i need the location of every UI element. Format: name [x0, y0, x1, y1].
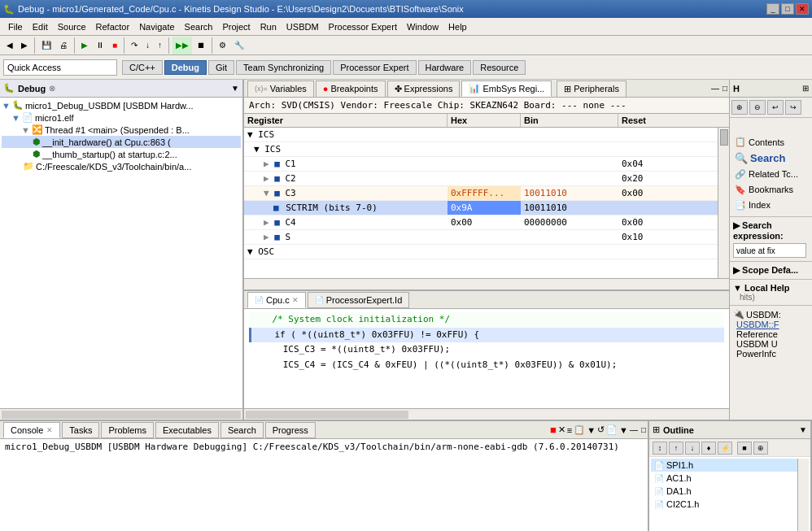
- minimize-button[interactable]: _: [766, 3, 779, 15]
- tab-peripherals[interactable]: ⊞Peripherals: [557, 81, 626, 97]
- toolbar-run[interactable]: ▶: [78, 37, 91, 54]
- outline-btn3[interactable]: ↓: [685, 442, 700, 455]
- reg-row-s[interactable]: ▶ ■ S 0x10: [244, 230, 718, 245]
- tree-item-elf[interactable]: ▼ 📄 micro1.elf: [2, 111, 241, 124]
- menu-edit[interactable]: Edit: [28, 20, 53, 33]
- right-icon-3[interactable]: ↩: [767, 100, 784, 115]
- toolbar-pause[interactable]: ⏸: [93, 37, 107, 54]
- index-btn[interactable]: 📑 Index: [730, 198, 812, 213]
- reg-row-sctrim[interactable]: ■ SCTRIM (bits 7-0) 0x9A 10011010: [244, 201, 718, 215]
- tab-hardware[interactable]: Hardware: [418, 60, 472, 75]
- tab-breakpoints[interactable]: ●Breakpoints: [316, 81, 386, 97]
- outline-item-ac1[interactable]: 📄 AC1.h: [651, 472, 797, 485]
- toolbar-extra-1[interactable]: ⚙: [216, 37, 229, 54]
- console-tab-progress[interactable]: Progress: [265, 422, 316, 438]
- tree-item-func2[interactable]: ⬢ __thumb_startup() at startup.c:2...: [2, 148, 241, 160]
- toolbar-step-into[interactable]: ↓: [142, 37, 153, 54]
- reg-row-ics-outer[interactable]: ▼ ICS: [244, 128, 718, 142]
- menu-source[interactable]: Source: [53, 20, 91, 33]
- right-panel-icons[interactable]: ⊞: [802, 84, 809, 93]
- menu-window[interactable]: Window: [402, 20, 443, 33]
- console-stop-btn[interactable]: ■: [550, 424, 557, 436]
- right-icon-2[interactable]: ⊖: [749, 100, 766, 115]
- tab-git[interactable]: Git: [208, 60, 234, 75]
- console-minimize[interactable]: —: [630, 425, 638, 434]
- menu-search[interactable]: Search: [180, 20, 218, 33]
- debug-menu-btn[interactable]: ▼: [231, 84, 239, 93]
- tab-expressions[interactable]: ✤Expressions: [387, 81, 461, 97]
- outline-btn7[interactable]: ⊕: [753, 442, 768, 455]
- console-btn4[interactable]: 📋: [574, 424, 585, 435]
- toolbar-print[interactable]: 🖨: [56, 37, 71, 54]
- console-tab-search[interactable]: Search: [220, 422, 264, 438]
- tree-item-thread[interactable]: ▼ 🔀 Thread #1 <main> (Suspended : B...: [2, 124, 241, 136]
- outline-menu-btn[interactable]: ▼: [799, 425, 807, 434]
- right-icon-4[interactable]: ↪: [785, 100, 801, 115]
- console-btn6[interactable]: ↺: [597, 424, 605, 435]
- search-nav-btn[interactable]: 🔍 Search: [730, 150, 812, 167]
- outline-item-da1[interactable]: 📄 DA1.h: [651, 485, 797, 498]
- console-maximize[interactable]: □: [641, 425, 646, 434]
- reg-maximize[interactable]: □: [723, 84, 727, 93]
- menu-processor-expert[interactable]: Processor Expert: [324, 20, 402, 33]
- menu-refactor[interactable]: Refactor: [91, 20, 135, 33]
- code-tab-cpu[interactable]: 📄 Cpu.c ✕: [247, 292, 306, 308]
- outline-btn6[interactable]: ■: [737, 442, 752, 455]
- toolbar-extra-2[interactable]: 🔧: [231, 37, 247, 54]
- tab-processor-expert[interactable]: Processor Expert: [333, 60, 416, 75]
- tree-item-path[interactable]: 📁 C:/Freescale/KDS_v3/Toolchain/bin/a...: [2, 160, 241, 172]
- toolbar-save[interactable]: 💾: [38, 37, 55, 54]
- local-help-header[interactable]: ▼ Local Help: [733, 283, 809, 293]
- outline-btn1[interactable]: ↕: [653, 442, 667, 455]
- close-console[interactable]: ✕: [46, 426, 53, 434]
- contents-btn[interactable]: 📋 Contents: [730, 134, 812, 150]
- console-btn7[interactable]: 📄: [606, 424, 618, 435]
- menu-run[interactable]: Run: [255, 20, 282, 33]
- toolbar-debug-run[interactable]: ▶▶: [172, 37, 192, 54]
- reg-scroll-thumb[interactable]: [720, 129, 728, 146]
- reg-row-c4[interactable]: ▶ ■ C4 0x00 00000000 0x00: [244, 215, 718, 230]
- outline-vscroll[interactable]: [797, 459, 809, 531]
- debug-hscroll[interactable]: [0, 408, 242, 420]
- close-button[interactable]: ✕: [796, 3, 809, 15]
- toolbar-btn-2[interactable]: ▶: [18, 37, 31, 54]
- console-btn3[interactable]: ≡: [567, 425, 572, 435]
- reg-row-c1[interactable]: ▶ ■ C1 0x04: [244, 157, 718, 172]
- bookmarks-btn[interactable]: 🔖 Bookmarks: [730, 182, 812, 198]
- reg-row-c3[interactable]: ▼ ■ C3 0xFFFFF... 10011010 0x00: [244, 186, 718, 201]
- console-btn5[interactable]: ▼: [587, 425, 596, 435]
- code-tab-processor[interactable]: 📄 ProcessorExpert.Id: [308, 292, 410, 308]
- outline-item-ci2c1[interactable]: 📄 CI2C1.h: [651, 498, 797, 511]
- outline-btn2[interactable]: ↑: [669, 442, 683, 455]
- outline-btn4[interactable]: ♦: [701, 442, 716, 455]
- toolbar-step-return[interactable]: ↑: [155, 37, 165, 54]
- tab-variables[interactable]: (x)=Variables: [247, 81, 314, 97]
- reg-row-ics-inner[interactable]: ▼ ICS: [244, 142, 718, 157]
- menu-navigate[interactable]: Navigate: [134, 20, 179, 33]
- menu-help[interactable]: Help: [443, 20, 472, 33]
- usbdm-link[interactable]: USBDM::F: [733, 320, 809, 329]
- outline-item-spi1[interactable]: 📄 SPI1.h: [651, 459, 797, 472]
- tab-embsys[interactable]: 📊EmbSys Regi...: [461, 81, 552, 97]
- maximize-button[interactable]: □: [781, 3, 794, 15]
- toolbar-btn-1[interactable]: ◀: [3, 37, 16, 54]
- menu-file[interactable]: File: [3, 20, 28, 33]
- code-hscroll[interactable]: [244, 408, 729, 420]
- reg-row-osc[interactable]: ▼ OSC: [244, 245, 718, 259]
- search-expression-header[interactable]: ▶ Search expression:: [733, 220, 809, 241]
- console-tab-console[interactable]: Console ✕: [3, 422, 60, 438]
- tree-item-root[interactable]: ▼ 🐛 micro1_Debug_USBDM [USBDM Hardw...: [2, 99, 241, 111]
- toolbar-step-over[interactable]: ↷: [128, 37, 141, 54]
- toolbar-debug-stop[interactable]: ⏹: [194, 37, 208, 54]
- reg-minimize[interactable]: —: [711, 84, 719, 93]
- scope-header[interactable]: ▶ Scope Defa...: [733, 265, 809, 276]
- tab-resource[interactable]: Resource: [473, 60, 526, 75]
- outline-btn5[interactable]: ⚡: [718, 442, 732, 455]
- tab-team-sync[interactable]: Team Synchronizing: [236, 60, 331, 75]
- menu-project[interactable]: Project: [217, 20, 255, 33]
- reg-vscroll[interactable]: [718, 128, 729, 278]
- console-btn8[interactable]: ▼: [619, 425, 628, 435]
- related-btn[interactable]: 🔗 Related Tc...: [730, 167, 812, 182]
- console-tab-tasks[interactable]: Tasks: [62, 422, 99, 438]
- reg-hscroll[interactable]: [244, 278, 729, 289]
